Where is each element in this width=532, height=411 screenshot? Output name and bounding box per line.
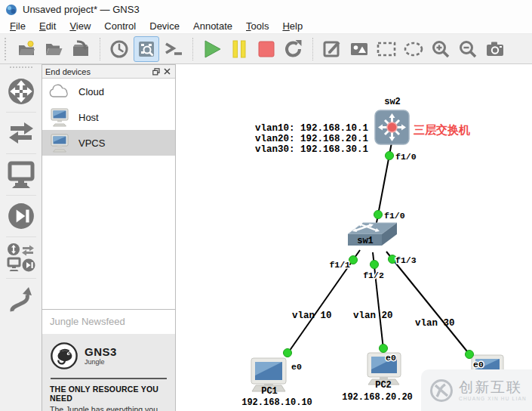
insert-picture-icon [349, 39, 369, 59]
sw2-port-label[interactable]: f1/0 [395, 152, 417, 162]
start-icon [201, 39, 223, 60]
sidebar-item-all-devices[interactable] [3, 239, 39, 277]
menu-edit[interactable]: Edit [32, 20, 63, 32]
link-label-vlan10[interactable]: vlan 10 [292, 311, 332, 321]
node-sw2[interactable] [375, 110, 409, 144]
sidebar-item-routers[interactable] [3, 73, 39, 110]
menu-bar: File Edit View Control Device Annotate T… [0, 19, 532, 34]
save-project-icon [71, 39, 91, 59]
window-title: Unsaved project* — GNS3 [23, 4, 140, 15]
console-connect-button[interactable] [161, 36, 186, 62]
close-panel-button[interactable] [161, 66, 172, 77]
reload-all-button[interactable] [281, 36, 306, 62]
vpcs-icon [48, 133, 71, 153]
watermark: 创新互联 CHUANG XIN HU LIAN [421, 369, 532, 411]
end-devices-icon [6, 160, 36, 189]
link-label-vlan20[interactable]: vlan 20 [353, 311, 393, 321]
pc2-label[interactable]: PC2 [375, 380, 392, 391]
menu-annotate[interactable]: Annotate [186, 20, 239, 32]
menu-view[interactable]: View [63, 20, 97, 32]
new-project-icon [17, 39, 36, 59]
sw1-port2-label[interactable]: f1/2 [363, 270, 384, 280]
add-note-button[interactable] [319, 36, 345, 62]
open-project-icon [44, 39, 63, 59]
float-panel-icon [152, 68, 160, 76]
sidebar-separator [6, 236, 36, 237]
draw-ellipse-icon [403, 39, 424, 59]
menu-help[interactable]: Help [275, 20, 309, 32]
add-link-icon [6, 284, 36, 314]
pc2-ip-label[interactable]: 192.168.20.20 [342, 392, 413, 403]
zoom-out-icon [458, 39, 478, 59]
toolbar-drag-handle[interactable] [5, 38, 11, 60]
sidebar-drag-handle[interactable] [10, 66, 32, 71]
new-project-button[interactable] [14, 36, 39, 62]
draw-ellipse-button[interactable] [401, 36, 426, 62]
sidebar-separator [6, 278, 36, 279]
pc1-label[interactable]: PC1 [261, 386, 278, 397]
main-toolbar [0, 34, 532, 64]
port-status-dot [284, 349, 292, 357]
zoom-out-button[interactable] [455, 36, 481, 62]
pc1-ip-label[interactable]: 192.168.10.10 [241, 397, 312, 408]
menu-control[interactable]: Control [97, 20, 143, 32]
topology-canvas[interactable]: sw2 三层交换机 vlan10: 192.168.10.1 vlan20: 1… [176, 64, 532, 411]
pause-icon [229, 39, 250, 60]
sidebar-item-switches[interactable] [3, 114, 39, 152]
sidebar-separator [6, 112, 36, 113]
newsfeed-title: Jungle Newsfeed [42, 310, 175, 334]
port-status-dot [380, 345, 388, 353]
vlan-ip-annotation-2[interactable]: vlan20: 192.168.20.1 [255, 134, 368, 144]
draw-rectangle-button[interactable] [374, 36, 399, 62]
end-devices-panel-header[interactable]: End devices [42, 65, 175, 79]
zoom-in-button[interactable] [428, 36, 454, 62]
screenshot-button[interactable] [482, 36, 508, 62]
sw1-port1-label[interactable]: f1/1 [329, 260, 350, 270]
newsfeed-headline: THE ONLY RESOURCE YOU NEED [50, 385, 168, 403]
newsfeed-divider [51, 378, 167, 379]
newsfeed-body[interactable]: GNS3 Jungle THE ONLY RESOURCE YOU NEED T… [42, 334, 175, 411]
link-sw1-pc3[interactable] [386, 252, 470, 355]
sw1-port3-label[interactable]: f1/3 [395, 255, 417, 265]
host-icon [48, 107, 71, 127]
vlan-ip-annotation-1[interactable]: vlan10: 192.168.10.1 [255, 123, 368, 134]
watermark-text: 创新互联 [459, 380, 527, 394]
draw-rectangle-icon [376, 39, 397, 59]
start-all-button[interactable] [199, 36, 225, 62]
sw2-label[interactable]: sw2 [384, 97, 401, 107]
link-label-vlan30[interactable]: vlan 30 [415, 318, 455, 329]
stop-icon [256, 39, 277, 60]
newsfeed-brand-sub: Jungle [85, 359, 117, 366]
sidebar-item-add-link[interactable] [3, 280, 39, 318]
device-item-vpcs[interactable]: VPCS [42, 130, 175, 156]
sidebar-item-security-devices[interactable] [3, 197, 39, 235]
pc1-port-label[interactable]: e0 [291, 362, 302, 372]
device-item-cloud[interactable]: Cloud [42, 79, 175, 104]
pc2-port-label[interactable]: e0 [386, 353, 396, 363]
device-item-label: Cloud [78, 86, 104, 97]
manage-snapshots-button[interactable] [106, 36, 132, 62]
menu-tools[interactable]: Tools [239, 20, 275, 32]
menu-file[interactable]: File [3, 20, 32, 32]
menu-device[interactable]: Device [143, 20, 186, 32]
pc3-port-label[interactable]: e0 [473, 360, 484, 369]
insert-picture-button[interactable] [346, 36, 372, 62]
device-item-host[interactable]: Host [42, 104, 175, 130]
port-status-dot [349, 256, 358, 264]
suspend-all-button[interactable] [226, 36, 252, 62]
switches-icon [6, 120, 36, 146]
open-project-button[interactable] [41, 36, 66, 62]
show-interface-labels-button[interactable] [134, 36, 159, 62]
sw1-uplink-port-label[interactable]: f1/0 [384, 211, 405, 221]
add-note-icon [322, 39, 342, 59]
vlan-ip-annotation-3[interactable]: vlan30: 192.168.30.1 [255, 144, 368, 155]
device-type-sidebar [0, 64, 42, 411]
end-devices-panel: End devices Cloud [42, 64, 176, 310]
save-project-button[interactable] [68, 36, 94, 62]
sw2-note-annotation[interactable]: 三层交换机 [414, 123, 470, 137]
stop-all-button[interactable] [254, 36, 279, 62]
float-panel-button[interactable] [151, 66, 161, 77]
sw1-label[interactable]: sw1 [357, 236, 374, 246]
zoom-in-icon [431, 39, 451, 59]
sidebar-item-end-devices[interactable] [3, 156, 39, 193]
